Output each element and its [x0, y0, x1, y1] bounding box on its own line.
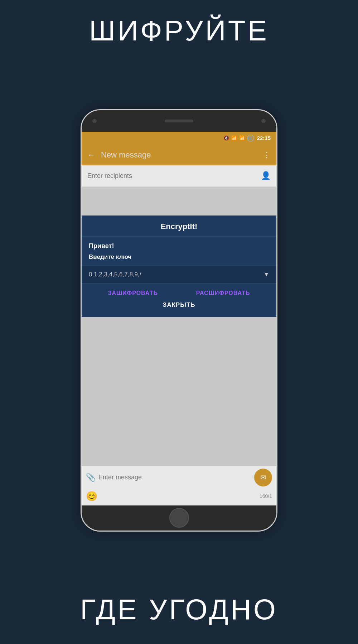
encrypt-close-container: ЗАКРЫТЬ	[82, 299, 276, 314]
encrypt-key-field[interactable]: 0,1,2,3,4,5,6,7,8,9,/ ▼	[82, 266, 276, 284]
bottom-title: ГДЕ УГОДНО	[80, 593, 278, 626]
dropdown-icon[interactable]: ▼	[263, 271, 269, 278]
menu-button[interactable]: ⋮	[263, 150, 271, 160]
mute-icon: 🔇	[223, 135, 229, 141]
message-area-top	[82, 187, 276, 216]
encrypt-actions: ЗАШИФРОВАТЬ РАСШИФРОВАТЬ	[82, 284, 276, 299]
encrypt-panel: EncryptIt! Привет! Введите ключ 0,1,2,3,…	[82, 216, 276, 317]
app-bar-title: New message	[101, 150, 263, 160]
home-button[interactable]	[169, 508, 189, 528]
front-camera	[92, 119, 97, 123]
status-time: 22:15	[257, 135, 271, 141]
status-bar: 🔇 📶 📶 67 22:15	[82, 132, 276, 145]
app-bar: ← New message ⋮	[82, 145, 276, 165]
attach-icon[interactable]: 📎	[86, 473, 96, 482]
encrypt-message-text: Привет!	[82, 237, 276, 250]
decrypt-button[interactable]: РАСШИФРОВАТЬ	[196, 290, 250, 296]
screen: 🔇 📶 📶 67 22:15 ← New message ⋮ 👤 Encrypt…	[82, 132, 276, 505]
message-input-bar: 📎 ✉ 😊 160/1	[82, 465, 276, 505]
char-count: 160/1	[260, 493, 272, 499]
phone-bottom-bar	[82, 505, 276, 531]
wifi-icon: 📶	[231, 135, 237, 141]
phone-speaker	[165, 120, 193, 122]
side-btn-left	[81, 200, 82, 221]
battery-icon: 67	[247, 135, 254, 142]
top-title: ШИФРУЙТЕ	[89, 14, 269, 47]
status-icons: 🔇 📶 📶 67	[223, 135, 254, 142]
phone-top-bar	[82, 110, 276, 132]
side-btn-right	[276, 210, 277, 239]
phone-frame: 🔇 📶 📶 67 22:15 ← New message ⋮ 👤 Encrypt…	[81, 109, 277, 532]
recipients-input[interactable]	[87, 172, 261, 180]
message-area-bottom	[82, 317, 276, 465]
encrypt-panel-title: EncryptIt!	[82, 216, 276, 237]
message-input-row: 📎 ✉	[82, 466, 276, 489]
close-button[interactable]: ЗАКРЫТЬ	[163, 301, 195, 309]
signal-icon: 📶	[239, 135, 245, 141]
emoji-icon[interactable]: 😊	[86, 491, 97, 502]
encrypt-button[interactable]: ЗАШИФРОВАТЬ	[108, 290, 158, 296]
send-button[interactable]: ✉	[254, 469, 272, 486]
message-text-input[interactable]	[98, 474, 251, 481]
encrypt-key-value: 0,1,2,3,4,5,6,7,8,9,/	[89, 271, 141, 278]
contact-icon[interactable]: 👤	[261, 171, 271, 180]
back-button[interactable]: ←	[87, 150, 95, 160]
message-input-bottom: 😊 160/1	[82, 489, 276, 505]
phone-sensor	[261, 119, 266, 123]
send-icon: ✉	[260, 473, 266, 482]
recipients-field[interactable]: 👤	[82, 165, 276, 187]
encrypt-key-label: Введите ключ	[82, 250, 276, 266]
